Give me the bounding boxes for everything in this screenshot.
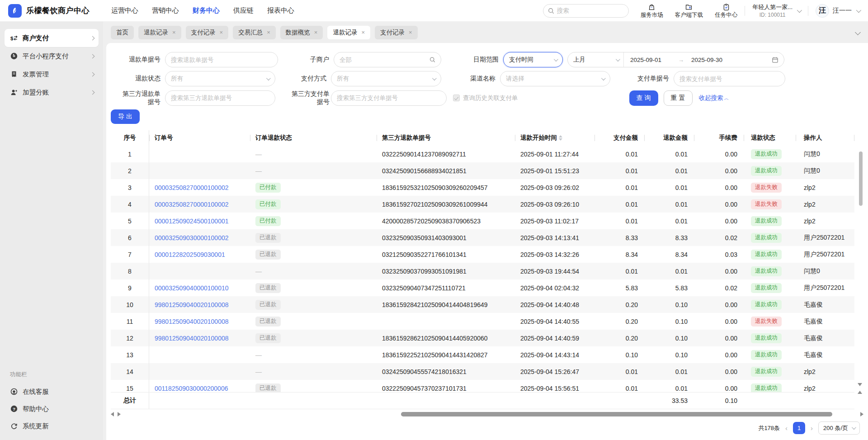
cell-third-refund-no: 183615928421025090414404819649 (377, 296, 515, 313)
merchant-switcher[interactable]: 年轻人第一家... ID: 100011 (752, 3, 793, 18)
col-refund-start-time[interactable]: 退款开始时间 (515, 130, 594, 146)
order-number-link[interactable]: 000032509030000100002 (155, 234, 229, 241)
pay-no-input[interactable] (679, 76, 779, 82)
pay-method-select[interactable]: 所有 (331, 71, 441, 86)
sidebar-item-help-center[interactable]: ? 帮助中心 (5, 400, 99, 417)
search-input[interactable] (557, 7, 620, 14)
cell-refund-amount: 0.01 (644, 196, 694, 213)
history-checkbox[interactable] (453, 95, 460, 101)
tab-data-overview[interactable]: 数据概览 (280, 26, 323, 39)
reset-button[interactable]: 重 置 (664, 90, 693, 106)
task-center-icon (722, 3, 730, 11)
horizontal-scrollbar-track[interactable] (123, 412, 854, 416)
user-chevron-down-icon[interactable] (856, 7, 861, 12)
order-number-link[interactable]: 000032509040000100010 (155, 284, 229, 292)
order-number-link[interactable]: 000012509024500100001 (155, 218, 229, 225)
merchant-chevron-down-icon[interactable] (797, 7, 802, 12)
page-size-select[interactable]: 200 条/页 (818, 421, 860, 435)
cell-refund-status: 退款成功 (744, 330, 796, 346)
horizontal-scrollbar-thumb[interactable] (401, 412, 832, 416)
date-type-select[interactable]: 支付时间 (503, 52, 563, 67)
close-icon[interactable] (220, 29, 223, 35)
close-icon[interactable] (314, 29, 318, 35)
sidebar-item-franchise-split[interactable]: 加盟分账 (5, 83, 99, 101)
order-status-badge: 已付款 (255, 216, 281, 226)
scroll-right-icon[interactable] (860, 412, 863, 416)
quick-link-task-center[interactable]: 任务中心 (715, 3, 737, 18)
user-name: 汪一一 (833, 7, 852, 15)
history-checkbox-group[interactable]: 查询历史关联支付单 (453, 94, 518, 102)
menu-item-finance[interactable]: 财务中心 (193, 6, 220, 15)
chevron-down-icon (616, 57, 620, 62)
tab-home[interactable]: 首页 (111, 26, 134, 39)
sidebar-item-miniprogram-pay[interactable]: 平台小程序支付 (5, 47, 99, 65)
date-end-input[interactable]: 2025-09-30 (685, 57, 738, 63)
cell-refund-amount: 0.10 (644, 313, 694, 330)
chevron-down-icon (554, 57, 558, 62)
cell-order-refund-status: — (250, 162, 377, 179)
quick-link-service-market[interactable]: 服务市场 (641, 3, 663, 18)
menu-item-marketing[interactable]: 营销中心 (152, 6, 179, 15)
quick-link-client-download[interactable]: 客户端下载 (675, 3, 703, 18)
close-icon[interactable] (172, 29, 176, 35)
third-pay-no-input[interactable] (337, 95, 441, 101)
tab-payment-records-1[interactable]: 支付记录 (186, 26, 229, 39)
cell-index: 3 (111, 179, 149, 196)
channel-select[interactable]: 请选择 (500, 71, 610, 86)
refund-no-input[interactable] (171, 57, 272, 63)
sort-icons[interactable] (559, 135, 562, 141)
sidebar-item-invoice[interactable]: 发票管理 (5, 65, 99, 83)
avatar[interactable]: 汪 (816, 4, 829, 18)
collapse-search-link[interactable]: 收起搜索 (699, 94, 729, 102)
franchise-split-icon (10, 88, 18, 96)
sidebar-item-online-support[interactable]: 在线客服 (5, 383, 99, 400)
date-range-picker: 上月 2025-09-01 2025-09-30 (567, 52, 784, 67)
sub-merchant-label: 子商户 (291, 56, 334, 64)
menu-item-reports[interactable]: 报表中心 (267, 6, 294, 15)
tab-payment-records-2[interactable]: 支付记录 (375, 26, 418, 39)
page-number-button[interactable]: 1 (793, 422, 805, 434)
tab-transaction-summary[interactable]: 交易汇总 (233, 26, 276, 39)
order-number-link[interactable]: 000032508270000100002 (155, 184, 229, 191)
tabs-dropdown-icon[interactable] (855, 29, 861, 35)
export-button[interactable]: 导 出 (111, 109, 140, 124)
close-icon[interactable] (361, 29, 365, 35)
sidebar-item-system-update[interactable]: 系统更新 (5, 417, 99, 435)
vertical-scrollbar-arrows[interactable] (858, 383, 862, 394)
menu-item-supply-chain[interactable]: 供应链 (233, 6, 254, 15)
arrow-right-icon (677, 57, 685, 63)
cell-order-no: 998012509040020100008 (149, 330, 250, 346)
cell-refund-start-time: 2025-09-04 14:43:14 (515, 346, 594, 363)
refund-status-label: 退款状态 (111, 75, 165, 83)
cell-order-refund-status: 已退款 (250, 246, 377, 263)
cell-operator: 毛嘉俊 (796, 313, 854, 330)
third-refund-no-input[interactable] (171, 95, 269, 101)
close-icon[interactable] (267, 29, 270, 35)
tab-refund-records-2[interactable]: 退款记录 (327, 26, 370, 39)
refund-status-select[interactable]: 所有 (165, 71, 275, 86)
menu-item-operations[interactable]: 运营中心 (111, 6, 138, 15)
sub-merchant-input[interactable] (340, 57, 429, 63)
sidebar-item-merchant-pay[interactable]: $ 商户支付 (5, 29, 99, 47)
chevron-down-icon (601, 76, 606, 80)
scroll-right-icon[interactable] (118, 412, 121, 416)
date-start-input[interactable]: 2025-09-01 (624, 57, 677, 63)
search-button[interactable]: 查 询 (629, 90, 658, 106)
tab-refund-records-1[interactable]: 退款记录 (138, 26, 181, 39)
order-number-link[interactable]: 00001228202509030001 (155, 251, 225, 258)
scroll-left-icon[interactable] (111, 412, 114, 416)
prev-page-icon[interactable] (784, 424, 788, 432)
cell-operator: zlp2 (796, 179, 854, 196)
close-icon[interactable] (409, 29, 412, 35)
order-number-link[interactable]: 998012509040020100008 (155, 301, 229, 308)
cell-refund-amount: 0.10 (644, 330, 694, 346)
order-number-link[interactable]: 001182509030000200006 (155, 385, 228, 392)
order-number-link[interactable]: 998012509040020100008 (155, 318, 229, 325)
order-number-link[interactable]: 998012509040020100008 (155, 335, 229, 342)
vertical-scrollbar-thumb[interactable] (859, 151, 863, 206)
cell-refund-status: 退款成功 (744, 263, 796, 279)
date-preset-select[interactable]: 上月 (573, 52, 624, 67)
order-number-link[interactable]: 000032508270000100002 (155, 201, 229, 208)
refund-no-label: 退款单据号 (111, 56, 165, 64)
next-page-icon[interactable] (810, 424, 814, 432)
